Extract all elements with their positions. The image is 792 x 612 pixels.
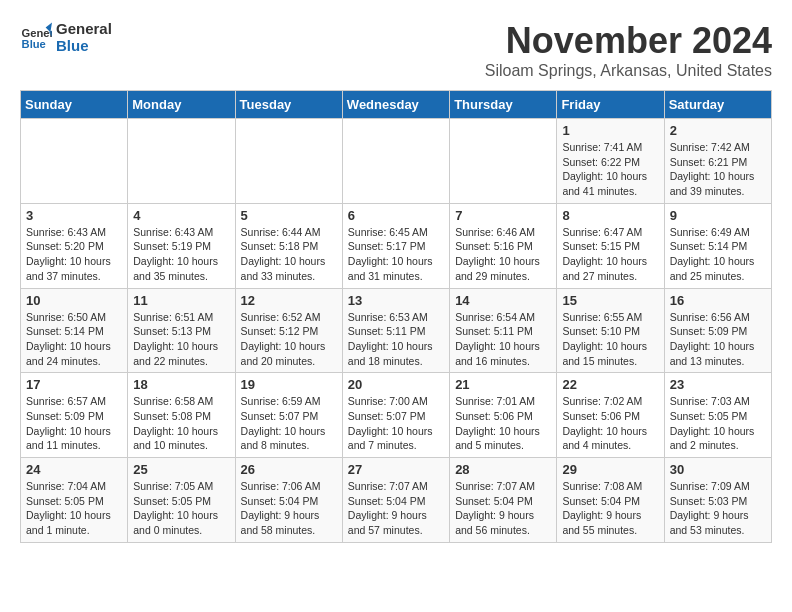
logo: General Blue General Blue — [20, 20, 112, 54]
calendar-body: 1Sunrise: 7:41 AM Sunset: 6:22 PM Daylig… — [21, 119, 772, 543]
calendar-cell: 3Sunrise: 6:43 AM Sunset: 5:20 PM Daylig… — [21, 203, 128, 288]
day-number: 11 — [133, 293, 229, 308]
day-number: 28 — [455, 462, 551, 477]
calendar-cell: 26Sunrise: 7:06 AM Sunset: 5:04 PM Dayli… — [235, 458, 342, 543]
calendar-cell: 30Sunrise: 7:09 AM Sunset: 5:03 PM Dayli… — [664, 458, 771, 543]
calendar-header: Sunday Monday Tuesday Wednesday Thursday… — [21, 91, 772, 119]
day-info: Sunrise: 6:44 AM Sunset: 5:18 PM Dayligh… — [241, 225, 337, 284]
day-number: 14 — [455, 293, 551, 308]
calendar-cell — [235, 119, 342, 204]
day-info: Sunrise: 7:02 AM Sunset: 5:06 PM Dayligh… — [562, 394, 658, 453]
day-info: Sunrise: 7:07 AM Sunset: 5:04 PM Dayligh… — [455, 479, 551, 538]
day-number: 30 — [670, 462, 766, 477]
day-info: Sunrise: 7:41 AM Sunset: 6:22 PM Dayligh… — [562, 140, 658, 199]
calendar-cell: 5Sunrise: 6:44 AM Sunset: 5:18 PM Daylig… — [235, 203, 342, 288]
day-number: 13 — [348, 293, 444, 308]
calendar-cell: 20Sunrise: 7:00 AM Sunset: 5:07 PM Dayli… — [342, 373, 449, 458]
day-info: Sunrise: 6:52 AM Sunset: 5:12 PM Dayligh… — [241, 310, 337, 369]
day-info: Sunrise: 7:05 AM Sunset: 5:05 PM Dayligh… — [133, 479, 229, 538]
day-info: Sunrise: 7:04 AM Sunset: 5:05 PM Dayligh… — [26, 479, 122, 538]
calendar-cell: 13Sunrise: 6:53 AM Sunset: 5:11 PM Dayli… — [342, 288, 449, 373]
day-number: 29 — [562, 462, 658, 477]
calendar-cell: 7Sunrise: 6:46 AM Sunset: 5:16 PM Daylig… — [450, 203, 557, 288]
logo-line1: General — [56, 20, 112, 37]
day-info: Sunrise: 6:55 AM Sunset: 5:10 PM Dayligh… — [562, 310, 658, 369]
day-info: Sunrise: 6:51 AM Sunset: 5:13 PM Dayligh… — [133, 310, 229, 369]
calendar-cell — [450, 119, 557, 204]
calendar-cell: 28Sunrise: 7:07 AM Sunset: 5:04 PM Dayli… — [450, 458, 557, 543]
calendar-cell: 25Sunrise: 7:05 AM Sunset: 5:05 PM Dayli… — [128, 458, 235, 543]
day-number: 6 — [348, 208, 444, 223]
day-number: 22 — [562, 377, 658, 392]
calendar-cell: 17Sunrise: 6:57 AM Sunset: 5:09 PM Dayli… — [21, 373, 128, 458]
day-info: Sunrise: 6:58 AM Sunset: 5:08 PM Dayligh… — [133, 394, 229, 453]
day-info: Sunrise: 6:43 AM Sunset: 5:19 PM Dayligh… — [133, 225, 229, 284]
day-info: Sunrise: 7:00 AM Sunset: 5:07 PM Dayligh… — [348, 394, 444, 453]
col-sunday: Sunday — [21, 91, 128, 119]
col-friday: Friday — [557, 91, 664, 119]
day-number: 12 — [241, 293, 337, 308]
calendar-cell: 11Sunrise: 6:51 AM Sunset: 5:13 PM Dayli… — [128, 288, 235, 373]
calendar-cell: 16Sunrise: 6:56 AM Sunset: 5:09 PM Dayli… — [664, 288, 771, 373]
day-info: Sunrise: 7:03 AM Sunset: 5:05 PM Dayligh… — [670, 394, 766, 453]
svg-text:Blue: Blue — [22, 38, 46, 50]
calendar-cell: 1Sunrise: 7:41 AM Sunset: 6:22 PM Daylig… — [557, 119, 664, 204]
day-number: 23 — [670, 377, 766, 392]
calendar-cell: 4Sunrise: 6:43 AM Sunset: 5:19 PM Daylig… — [128, 203, 235, 288]
calendar-cell: 9Sunrise: 6:49 AM Sunset: 5:14 PM Daylig… — [664, 203, 771, 288]
day-info: Sunrise: 6:54 AM Sunset: 5:11 PM Dayligh… — [455, 310, 551, 369]
calendar-cell: 12Sunrise: 6:52 AM Sunset: 5:12 PM Dayli… — [235, 288, 342, 373]
header-row: Sunday Monday Tuesday Wednesday Thursday… — [21, 91, 772, 119]
day-number: 2 — [670, 123, 766, 138]
day-number: 4 — [133, 208, 229, 223]
day-info: Sunrise: 6:56 AM Sunset: 5:09 PM Dayligh… — [670, 310, 766, 369]
day-number: 17 — [26, 377, 122, 392]
day-info: Sunrise: 7:06 AM Sunset: 5:04 PM Dayligh… — [241, 479, 337, 538]
title-area: November 2024 Siloam Springs, Arkansas, … — [485, 20, 772, 80]
calendar-cell: 23Sunrise: 7:03 AM Sunset: 5:05 PM Dayli… — [664, 373, 771, 458]
day-number: 1 — [562, 123, 658, 138]
day-info: Sunrise: 6:59 AM Sunset: 5:07 PM Dayligh… — [241, 394, 337, 453]
day-number: 26 — [241, 462, 337, 477]
day-number: 3 — [26, 208, 122, 223]
month-title: November 2024 — [485, 20, 772, 62]
calendar-cell: 10Sunrise: 6:50 AM Sunset: 5:14 PM Dayli… — [21, 288, 128, 373]
calendar-week-1: 1Sunrise: 7:41 AM Sunset: 6:22 PM Daylig… — [21, 119, 772, 204]
day-number: 21 — [455, 377, 551, 392]
day-info: Sunrise: 6:46 AM Sunset: 5:16 PM Dayligh… — [455, 225, 551, 284]
calendar-cell: 14Sunrise: 6:54 AM Sunset: 5:11 PM Dayli… — [450, 288, 557, 373]
calendar-cell: 6Sunrise: 6:45 AM Sunset: 5:17 PM Daylig… — [342, 203, 449, 288]
day-info: Sunrise: 7:07 AM Sunset: 5:04 PM Dayligh… — [348, 479, 444, 538]
col-tuesday: Tuesday — [235, 91, 342, 119]
calendar-table: Sunday Monday Tuesday Wednesday Thursday… — [20, 90, 772, 543]
calendar-cell: 22Sunrise: 7:02 AM Sunset: 5:06 PM Dayli… — [557, 373, 664, 458]
logo-line2: Blue — [56, 37, 112, 54]
calendar-cell — [128, 119, 235, 204]
day-info: Sunrise: 7:01 AM Sunset: 5:06 PM Dayligh… — [455, 394, 551, 453]
col-thursday: Thursday — [450, 91, 557, 119]
day-info: Sunrise: 6:53 AM Sunset: 5:11 PM Dayligh… — [348, 310, 444, 369]
day-info: Sunrise: 6:50 AM Sunset: 5:14 PM Dayligh… — [26, 310, 122, 369]
calendar-week-5: 24Sunrise: 7:04 AM Sunset: 5:05 PM Dayli… — [21, 458, 772, 543]
day-number: 10 — [26, 293, 122, 308]
day-number: 25 — [133, 462, 229, 477]
calendar-cell: 8Sunrise: 6:47 AM Sunset: 5:15 PM Daylig… — [557, 203, 664, 288]
calendar-cell: 2Sunrise: 7:42 AM Sunset: 6:21 PM Daylig… — [664, 119, 771, 204]
day-info: Sunrise: 6:47 AM Sunset: 5:15 PM Dayligh… — [562, 225, 658, 284]
calendar-cell: 29Sunrise: 7:08 AM Sunset: 5:04 PM Dayli… — [557, 458, 664, 543]
calendar-week-2: 3Sunrise: 6:43 AM Sunset: 5:20 PM Daylig… — [21, 203, 772, 288]
col-monday: Monday — [128, 91, 235, 119]
day-number: 5 — [241, 208, 337, 223]
day-info: Sunrise: 7:42 AM Sunset: 6:21 PM Dayligh… — [670, 140, 766, 199]
day-info: Sunrise: 6:49 AM Sunset: 5:14 PM Dayligh… — [670, 225, 766, 284]
logo-icon: General Blue — [20, 21, 52, 53]
day-number: 27 — [348, 462, 444, 477]
day-info: Sunrise: 6:57 AM Sunset: 5:09 PM Dayligh… — [26, 394, 122, 453]
calendar-week-4: 17Sunrise: 6:57 AM Sunset: 5:09 PM Dayli… — [21, 373, 772, 458]
calendar-cell: 18Sunrise: 6:58 AM Sunset: 5:08 PM Dayli… — [128, 373, 235, 458]
day-number: 18 — [133, 377, 229, 392]
calendar-cell: 15Sunrise: 6:55 AM Sunset: 5:10 PM Dayli… — [557, 288, 664, 373]
calendar-cell — [342, 119, 449, 204]
day-number: 20 — [348, 377, 444, 392]
location-subtitle: Siloam Springs, Arkansas, United States — [485, 62, 772, 80]
